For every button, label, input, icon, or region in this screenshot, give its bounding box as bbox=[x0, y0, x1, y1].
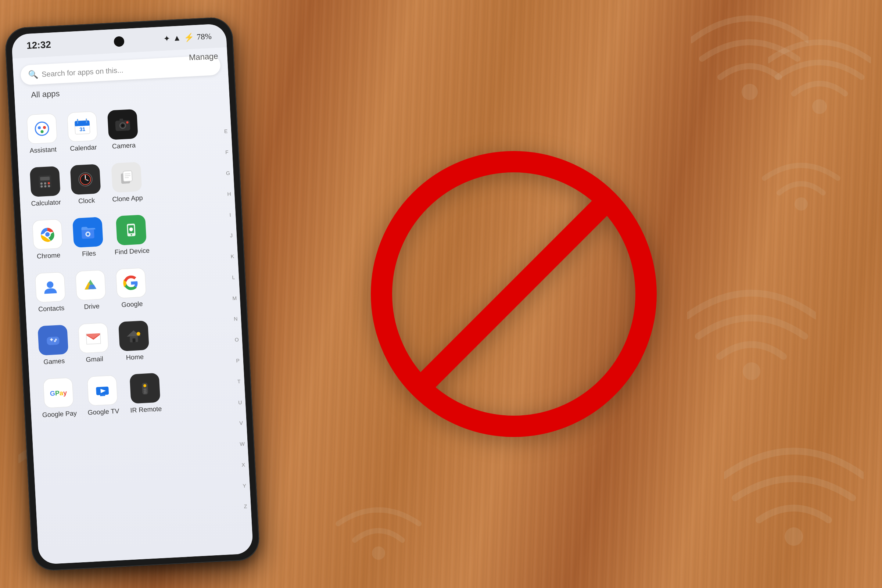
svg-point-53 bbox=[46, 281, 54, 288]
wifi-icon: ▲ bbox=[173, 33, 181, 43]
manage-button[interactable]: Manage bbox=[189, 51, 218, 63]
bg-signal-5 bbox=[757, 140, 845, 220]
gmail-icon-svg bbox=[84, 328, 103, 348]
app-item-contacts[interactable]: Contacts bbox=[31, 266, 70, 319]
svg-rect-23 bbox=[119, 119, 123, 122]
gpay-icon-svg: GPay bbox=[49, 383, 68, 403]
svg-point-5 bbox=[743, 362, 760, 380]
app-label-camera: Camera bbox=[112, 141, 136, 150]
app-item-files[interactable]: Files bbox=[68, 212, 108, 264]
svg-line-16 bbox=[78, 119, 78, 123]
app-row-6: GPay Google Pay bbox=[36, 363, 241, 425]
drive-icon-svg bbox=[81, 276, 100, 295]
google-icon-svg bbox=[121, 273, 141, 293]
files-icon-svg bbox=[78, 223, 98, 242]
app-label-clock: Clock bbox=[78, 196, 95, 205]
bg-signal-4 bbox=[768, 29, 871, 125]
camera-icon-svg bbox=[113, 115, 133, 134]
app-item-clock[interactable]: Clock bbox=[66, 158, 105, 212]
app-label-google: Google bbox=[121, 300, 143, 309]
svg-line-40 bbox=[124, 174, 130, 174]
app-drawer[interactable]: 🔍 Search for apps on this... All apps Ma… bbox=[12, 47, 253, 565]
app-item-camera[interactable]: Camera bbox=[103, 103, 142, 156]
status-icons: ✦ ▲ ⚡ 78% bbox=[163, 31, 212, 44]
bg-signal-6 bbox=[687, 276, 816, 393]
clock-icon-svg bbox=[76, 170, 95, 189]
app-label-irremote: IR Remote bbox=[130, 405, 162, 414]
bg-signal-9 bbox=[331, 482, 426, 570]
svg-rect-77 bbox=[144, 392, 147, 393]
app-label-clone: Clone App bbox=[112, 194, 143, 203]
app-label-finddevice: Find Device bbox=[114, 247, 150, 256]
chrome-icon-svg bbox=[38, 225, 57, 244]
app-item-gpay[interactable]: GPay Google Pay bbox=[36, 372, 81, 425]
app-label-gpay: Google Pay bbox=[42, 410, 77, 419]
contacts-icon-svg bbox=[40, 278, 60, 297]
svg-point-3 bbox=[812, 99, 827, 114]
svg-line-79 bbox=[424, 204, 604, 384]
app-label-gmail: Gmail bbox=[86, 355, 103, 363]
app-row-1: Assistant 31 bbox=[22, 99, 227, 160]
app-label-files: Files bbox=[82, 249, 96, 258]
clone-icon-svg bbox=[117, 168, 136, 187]
svg-rect-76 bbox=[144, 390, 147, 392]
app-row-2: Calculator bbox=[26, 152, 230, 213]
app-item-clone[interactable]: Clone App bbox=[106, 156, 147, 209]
app-item-chrome[interactable]: Chrome bbox=[28, 213, 67, 266]
app-label-contacts: Contacts bbox=[38, 304, 64, 314]
search-placeholder: Search for apps on this... bbox=[42, 66, 123, 79]
app-row-4: Contacts Drive bbox=[31, 258, 235, 320]
svg-point-12 bbox=[40, 130, 44, 133]
app-label-games: Games bbox=[44, 357, 65, 366]
battery-charging-icon: ⚡ bbox=[184, 32, 194, 42]
battery-level: 78% bbox=[196, 31, 212, 42]
app-label-drive: Drive bbox=[84, 303, 100, 311]
app-item-calculator[interactable]: Calculator bbox=[26, 160, 65, 213]
irremote-icon-svg bbox=[135, 378, 155, 398]
app-row-5: Games Gmail bbox=[33, 310, 238, 372]
svg-point-4 bbox=[795, 197, 808, 211]
app-item-calendar[interactable]: 31 Calendar bbox=[63, 105, 102, 158]
status-time: 12:32 bbox=[26, 39, 51, 51]
app-item-gtv[interactable]: Google TV bbox=[82, 369, 123, 422]
phone-body: 12:32 ✦ ▲ ⚡ 78% 🔍 Search for apps on thi… bbox=[4, 16, 261, 572]
finddevice-icon-svg bbox=[121, 220, 141, 240]
svg-line-41 bbox=[125, 176, 130, 176]
all-apps-label: All apps bbox=[21, 86, 69, 106]
svg-rect-75 bbox=[143, 388, 146, 390]
assistant-icon bbox=[32, 119, 52, 138]
svg-point-7 bbox=[784, 527, 803, 546]
app-item-irremote[interactable]: IR Remote bbox=[124, 367, 166, 420]
prohibition-svg bbox=[370, 151, 657, 437]
svg-point-9 bbox=[35, 122, 49, 136]
calculator-icon-svg bbox=[35, 172, 55, 192]
app-label-assistant: Assistant bbox=[29, 146, 57, 155]
svg-text:31: 31 bbox=[80, 126, 86, 132]
app-item-gmail[interactable]: Gmail bbox=[74, 317, 113, 370]
svg-point-11 bbox=[43, 126, 46, 129]
app-item-finddevice[interactable]: Find Device bbox=[109, 209, 154, 262]
search-icon: 🔍 bbox=[28, 70, 38, 80]
app-item-drive[interactable]: Drive bbox=[71, 264, 111, 317]
app-label-calculator: Calculator bbox=[31, 198, 61, 208]
svg-rect-60 bbox=[51, 338, 52, 341]
prohibition-sign bbox=[370, 151, 657, 437]
phone-device: 12:32 ✦ ▲ ⚡ 78% 🔍 Search for apps on thi… bbox=[4, 16, 261, 572]
home-icon-svg bbox=[124, 326, 144, 346]
app-label-chrome: Chrome bbox=[37, 251, 61, 260]
svg-text:GPay: GPay bbox=[50, 389, 67, 397]
app-label-gtv: Google TV bbox=[87, 407, 119, 416]
app-item-home[interactable]: Home bbox=[114, 315, 154, 368]
phone-screen: 12:32 ✦ ▲ ⚡ 78% 🔍 Search for apps on thi… bbox=[11, 24, 254, 565]
app-item-assistant[interactable]: Assistant bbox=[22, 108, 62, 160]
calendar-icon: 31 bbox=[72, 117, 93, 137]
app-item-google[interactable]: Google bbox=[112, 262, 151, 315]
app-row-3: Chrome Files bbox=[28, 205, 232, 266]
games-icon-svg bbox=[44, 330, 63, 350]
app-label-home: Home bbox=[126, 353, 144, 362]
svg-point-10 bbox=[38, 126, 41, 129]
app-item-games[interactable]: Games bbox=[33, 319, 73, 372]
svg-point-2 bbox=[742, 84, 758, 100]
bluetooth-icon: ✦ bbox=[163, 33, 170, 44]
svg-rect-58 bbox=[46, 337, 60, 345]
